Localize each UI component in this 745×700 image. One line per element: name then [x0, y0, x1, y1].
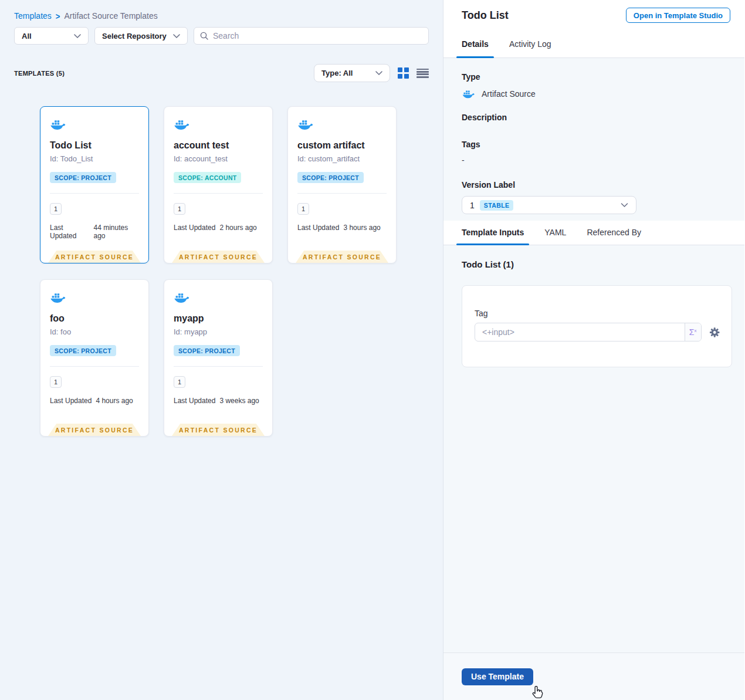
template-card-custom-artifact[interactable]: custom artifact Id: custom_artifact SCOP…	[287, 106, 397, 263]
inputs-tab-bar: Template Inputs YAML Referenced By	[443, 221, 744, 245]
template-id: Id: custom_artifact	[297, 154, 387, 163]
version-value: 1	[470, 201, 475, 210]
repository-filter-value: Select Repository	[102, 32, 167, 40]
template-card-account-test[interactable]: account test Id: account_test SCOPE: ACC…	[164, 106, 273, 263]
scope-filter-dropdown[interactable]: All	[14, 27, 89, 45]
version-count-badge: 1	[174, 376, 185, 388]
last-updated: Last Updated44 minutes ago	[50, 224, 139, 240]
artifact-source-ribbon: ARTIFACT SOURCE	[296, 251, 388, 263]
last-updated: Last Updated3 weeks ago	[174, 397, 263, 405]
breadcrumb-templates-link[interactable]: Templates	[14, 11, 52, 21]
type-filter-dropdown[interactable]: Type: All	[314, 64, 390, 82]
list-view-button[interactable]	[416, 68, 429, 79]
tab-referenced-by[interactable]: Referenced By	[587, 221, 641, 245]
type-label: Type	[462, 72, 726, 82]
template-name: Todo List	[50, 140, 139, 151]
tag-input-group: Σx	[475, 323, 702, 341]
last-updated: Last Updated4 hours ago	[50, 397, 139, 405]
template-inputs-section: Todo List (1) Tag Σx	[443, 245, 744, 652]
template-details-panel: Todo List Open in Template Studio Detail…	[443, 0, 744, 700]
open-in-template-studio-button[interactable]: Open in Template Studio	[626, 8, 730, 23]
templates-count: TEMPLATES (5)	[14, 70, 65, 77]
divider	[297, 193, 387, 194]
details-tab-bar: Details Activity Log	[443, 31, 744, 58]
stable-badge: STABLE	[480, 200, 514, 211]
panel-footer: Use Template	[443, 652, 744, 700]
type-value: Artifact Source	[482, 89, 536, 99]
type-value-row: Artifact Source	[462, 89, 726, 99]
artifact-source-ribbon: ARTIFACT SOURCE	[48, 424, 141, 436]
scope-badge: SCOPE: ACCOUNT	[174, 172, 241, 183]
breadcrumb: Templates > Artifact Source Templates	[0, 0, 443, 27]
artifact-source-ribbon: ARTIFACT SOURCE	[172, 251, 265, 263]
divider	[50, 366, 139, 367]
tab-details[interactable]: Details	[462, 31, 489, 58]
docker-icon	[297, 119, 313, 130]
panel-header: Todo List Open in Template Studio	[443, 0, 744, 31]
expression-button[interactable]: Σx	[685, 323, 701, 341]
tab-template-inputs[interactable]: Template Inputs	[462, 221, 524, 245]
artifact-source-ribbon: ARTIFACT SOURCE	[172, 424, 265, 436]
scope-badge: SCOPE: PROJECT	[174, 345, 240, 356]
template-card-todo-list[interactable]: Todo List Id: Todo_List SCOPE: PROJECT 1…	[40, 106, 149, 263]
template-card-myapp[interactable]: myapp Id: myapp SCOPE: PROJECT 1 Last Up…	[164, 279, 273, 437]
template-name: account test	[174, 140, 263, 151]
docker-icon	[174, 119, 189, 130]
chevron-down-icon	[74, 33, 81, 39]
search-icon	[200, 32, 208, 40]
search-box	[194, 27, 429, 45]
version-label: Version Label	[462, 180, 726, 190]
inputs-heading: Todo List (1)	[462, 259, 730, 269]
filters-row: All Select Repository	[0, 27, 443, 45]
list-header: TEMPLATES (5) Type: All	[0, 64, 443, 82]
tab-activity-log[interactable]: Activity Log	[509, 31, 551, 58]
last-updated: Last Updated2 hours ago	[174, 224, 263, 232]
scope-badge: SCOPE: PROJECT	[50, 345, 116, 356]
chevron-down-icon	[173, 33, 180, 39]
chevron-down-icon	[375, 70, 382, 76]
breadcrumb-current: Artifact Source Templates	[64, 11, 157, 21]
version-count-badge: 1	[297, 203, 309, 215]
use-template-button[interactable]: Use Template	[462, 668, 533, 685]
inputs-card: Tag Σx	[462, 285, 732, 367]
type-filter-value: Type: All	[321, 69, 353, 77]
scope-badge: SCOPE: PROJECT	[50, 172, 116, 183]
details-section: Type Artifact Source Description Tags - …	[443, 58, 744, 221]
docker-icon	[50, 119, 66, 130]
tags-value: -	[462, 155, 726, 165]
template-name: custom artifact	[297, 140, 387, 151]
template-card-foo[interactable]: foo Id: foo SCOPE: PROJECT 1 Last Update…	[40, 279, 149, 437]
settings-gear-icon[interactable]	[709, 327, 720, 338]
template-cards-grid: Todo List Id: Todo_List SCOPE: PROJECT 1…	[40, 106, 443, 437]
tag-input[interactable]	[475, 323, 685, 341]
repository-filter-dropdown[interactable]: Select Repository	[94, 27, 188, 45]
version-count-badge: 1	[174, 203, 185, 215]
tag-label: Tag	[475, 309, 720, 318]
panel-title: Todo List	[462, 9, 509, 22]
docker-icon	[462, 89, 475, 99]
docker-icon	[50, 292, 66, 303]
template-name: foo	[50, 313, 139, 324]
tab-yaml[interactable]: YAML	[544, 221, 566, 245]
tags-label: Tags	[462, 140, 726, 149]
version-count-badge: 1	[50, 203, 62, 215]
search-input[interactable]	[213, 31, 422, 40]
divider	[50, 193, 139, 194]
template-id: Id: myapp	[174, 327, 263, 336]
scope-badge: SCOPE: PROJECT	[297, 172, 364, 183]
chevron-down-icon	[621, 202, 628, 208]
grid-view-button[interactable]	[398, 67, 409, 79]
app: Templates > Artifact Source Templates Al…	[0, 0, 745, 700]
artifact-source-ribbon: ARTIFACT SOURCE	[48, 251, 141, 263]
version-dropdown[interactable]: 1 STABLE	[462, 196, 636, 214]
template-id: Id: Todo_List	[50, 154, 139, 163]
template-id: Id: foo	[50, 327, 139, 336]
divider	[174, 193, 263, 194]
description-label: Description	[462, 113, 726, 122]
template-id: Id: account_test	[174, 154, 263, 163]
template-name: myapp	[174, 313, 263, 324]
version-count-badge: 1	[50, 376, 62, 388]
last-updated: Last Updated3 hours ago	[297, 224, 387, 232]
scope-filter-value: All	[22, 32, 32, 40]
chevron-right-icon: >	[56, 11, 60, 21]
